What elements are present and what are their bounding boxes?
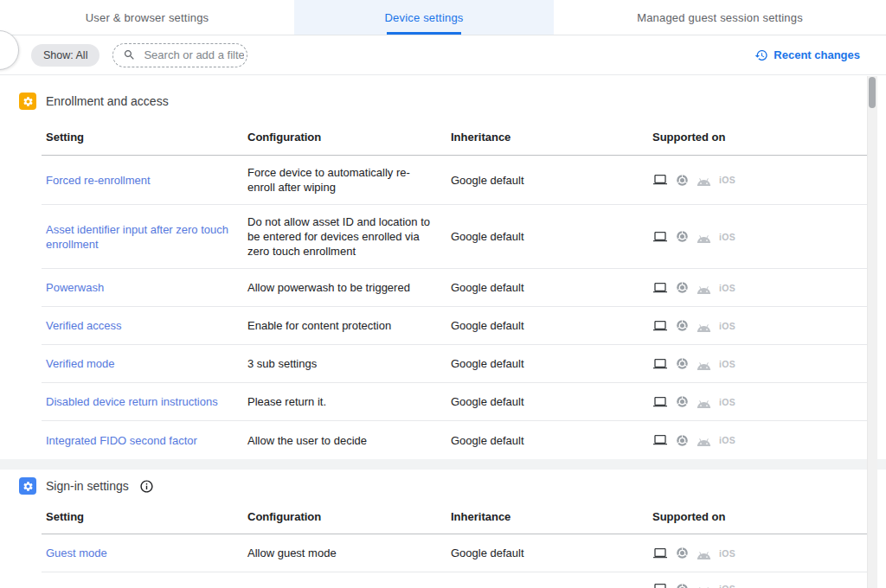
table-row: Integrated FIDO second factorAllow the u… xyxy=(42,421,869,459)
settings-tabbar: User & browser settings Device settings … xyxy=(0,0,886,35)
supported-on-icons: iOS xyxy=(648,395,869,409)
setting-link[interactable]: Forced re-enrollment xyxy=(46,174,151,187)
chrome-browser-icon xyxy=(676,281,689,294)
inheritance-text: Google default xyxy=(446,173,648,188)
gear-icon xyxy=(19,477,36,495)
section-header: Sign-in settings xyxy=(0,470,886,503)
ios-label: iOS xyxy=(719,435,735,445)
filter-bar: Show: All Recent changes xyxy=(0,35,886,75)
table-row: PowerwashAllow powerwash to be triggered… xyxy=(42,269,869,307)
column-header: Supported on xyxy=(648,131,869,144)
android-icon xyxy=(697,434,711,446)
configuration-text: Allow guest mode xyxy=(243,546,446,560)
column-header: Setting xyxy=(42,510,243,523)
laptop-icon xyxy=(652,319,668,333)
laptop-icon xyxy=(652,582,668,588)
section-header: Enrollment and access xyxy=(0,75,886,118)
section-title: Sign-in settings xyxy=(46,479,129,493)
chrome-browser-icon xyxy=(676,230,689,243)
table-row: Verified mode3 sub settingsGoogle defaul… xyxy=(42,345,869,383)
android-icon xyxy=(697,282,711,294)
show-filter-chip[interactable]: Show: All xyxy=(31,44,100,67)
section-divider xyxy=(0,459,886,470)
setting-link[interactable]: Powerwash xyxy=(46,281,104,294)
chrome-browser-icon xyxy=(676,357,689,370)
column-header: Configuration xyxy=(243,131,446,144)
laptop-icon xyxy=(652,433,668,447)
tab-managed-guest-session-settings[interactable]: Managed guest session settings xyxy=(554,0,886,35)
filter-search-input[interactable] xyxy=(142,48,246,62)
settings-sections: Enrollment and accessSettingConfiguratio… xyxy=(0,75,886,588)
chrome-browser-icon xyxy=(676,546,689,559)
setting-link[interactable]: Verified access xyxy=(46,319,121,332)
chrome-browser-icon xyxy=(676,395,689,408)
vertical-scrollbar-thumb[interactable] xyxy=(869,77,876,108)
tab-label: Managed guest session settings xyxy=(637,11,803,24)
section-title: Enrollment and access xyxy=(46,94,169,108)
collapsed-side-panel-handle[interactable] xyxy=(0,30,19,70)
inheritance-text: Google default xyxy=(446,433,648,448)
inheritance-text: Google default xyxy=(446,280,648,295)
chrome-browser-icon xyxy=(676,174,689,187)
inheritance-text: Google default xyxy=(446,394,648,409)
supported-on-icons: iOS xyxy=(648,433,869,447)
supported-on-icons: iOS xyxy=(648,319,869,333)
setting-link[interactable]: Disabled device return instructions xyxy=(46,395,218,408)
android-icon xyxy=(697,358,711,370)
android-icon xyxy=(697,231,711,243)
android-icon xyxy=(697,583,711,588)
configuration-text: Do not allow asset ID and location to be… xyxy=(243,214,446,259)
setting-link[interactable]: Guest mode xyxy=(46,546,107,559)
recent-changes-link[interactable]: Recent changes xyxy=(754,48,860,62)
ios-label: iOS xyxy=(719,397,735,407)
setting-link[interactable]: Verified mode xyxy=(46,357,115,370)
history-icon xyxy=(754,48,768,62)
supported-on-icons: iOS xyxy=(648,546,869,560)
ios-label: iOS xyxy=(719,232,735,242)
laptop-icon xyxy=(652,230,668,244)
laptop-icon xyxy=(652,173,668,187)
inheritance-text: Google default xyxy=(446,356,648,371)
android-icon xyxy=(697,320,711,332)
tab-user-browser-settings[interactable]: User & browser settings xyxy=(0,0,294,35)
configuration-text: Enable for content protection xyxy=(243,318,446,333)
laptop-icon xyxy=(652,281,668,295)
tab-device-settings[interactable]: Device settings xyxy=(294,0,554,35)
recent-changes-label: Recent changes xyxy=(774,48,860,61)
android-icon xyxy=(697,174,711,186)
table-header-row: SettingConfigurationInheritanceSupported… xyxy=(42,503,869,534)
ios-label: iOS xyxy=(719,584,735,588)
column-header: Inheritance xyxy=(446,510,648,523)
table-row-partial: iOS xyxy=(42,572,869,588)
column-header: Supported on xyxy=(648,510,869,523)
info-icon[interactable] xyxy=(139,479,154,494)
ios-label: iOS xyxy=(719,359,735,369)
configuration-text: Allow the user to decide xyxy=(243,433,446,448)
laptop-icon xyxy=(652,357,668,371)
table-row: Guest modeAllow guest modeGoogle default… xyxy=(42,534,869,572)
configuration-text: Force device to automatically re-enroll … xyxy=(243,165,446,195)
gear-icon xyxy=(19,93,36,110)
vertical-scrollbar-track[interactable] xyxy=(867,76,877,588)
android-icon xyxy=(697,396,711,408)
ios-label: iOS xyxy=(719,175,735,185)
settings-section-card: Enrollment and accessSettingConfiguratio… xyxy=(0,75,886,459)
ios-label: iOS xyxy=(719,548,735,559)
supported-on-icons: iOS xyxy=(648,582,869,588)
setting-link[interactable]: Integrated FIDO second factor xyxy=(46,434,197,447)
configuration-text: Please return it. xyxy=(243,394,446,409)
search-icon xyxy=(123,48,136,61)
table-row: Asset identifier input after zero touch … xyxy=(42,205,869,269)
table-row: Verified accessEnable for content protec… xyxy=(42,307,869,345)
column-header: Inheritance xyxy=(446,131,648,144)
configuration-text: 3 sub settings xyxy=(243,356,446,371)
table-header-row: SettingConfigurationInheritanceSupported… xyxy=(42,118,869,156)
tab-label: Device settings xyxy=(384,11,463,24)
column-header: Setting xyxy=(42,131,243,144)
filter-search-box[interactable] xyxy=(112,43,247,67)
device-settings-page: User & browser settings Device settings … xyxy=(0,0,886,588)
tab-label: User & browser settings xyxy=(86,11,209,24)
chrome-browser-icon xyxy=(676,434,689,447)
setting-link[interactable]: Asset identifier input after zero touch … xyxy=(46,223,228,251)
settings-section-card: Sign-in settingsSettingConfigurationInhe… xyxy=(0,470,886,588)
